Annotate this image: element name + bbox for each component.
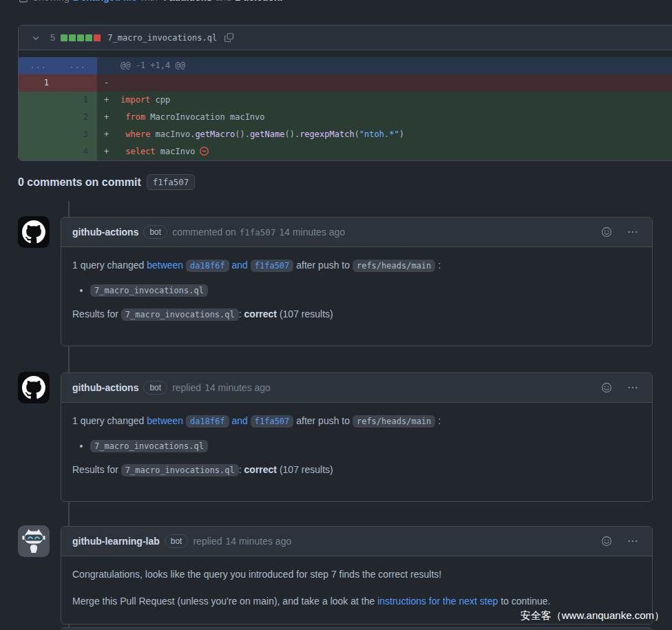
- diff-filename[interactable]: 7_macro_invocations.ql: [107, 33, 217, 43]
- changed-query-list: 7_macro_invocations.ql: [72, 439, 641, 454]
- kebab-menu-icon[interactable]: [627, 536, 638, 547]
- ref-chip: refs/heads/main: [353, 260, 435, 272]
- added-line-code: + from MacroInvocation macInvo: [97, 109, 672, 126]
- copy-path-icon[interactable]: [224, 32, 234, 43]
- hunk-expand-gutter[interactable]: ...: [58, 57, 97, 74]
- query-file-chip: 7_macro_invocations.ql: [121, 464, 239, 476]
- diff-deleted-row: 1 -: [19, 74, 672, 92]
- diff-file-header: 5 7_macro_invocations.ql: [19, 25, 672, 50]
- watermark: 安全客（www.anquanke.com）: [521, 609, 664, 622]
- diff-summary-bar: Showing 1 changed file with 4 additions …: [18, 0, 282, 5]
- list-item: 7_macro_invocations.ql: [90, 283, 641, 298]
- diff-hunk-row: ... ... @@ -1 +1,4 @@: [19, 57, 672, 74]
- compare-link[interactable]: between: [147, 260, 183, 271]
- comment-timestamp[interactable]: commented on f1fa507 14 minutes ago: [172, 227, 345, 238]
- comment: github-actions bot commented on f1fa507 …: [61, 217, 653, 346]
- comment-caret: [61, 382, 61, 393]
- emoji-reaction-icon[interactable]: [601, 227, 612, 238]
- new-line-number[interactable]: 3: [58, 126, 97, 143]
- verdict-label: correct: [244, 464, 277, 475]
- added-line-code: + select macInvo: [97, 143, 672, 160]
- comment: github-actions bot replied 14 minutes ag…: [61, 372, 653, 502]
- diff-added-row: 1 +import cpp: [19, 92, 672, 109]
- bot-badge: bot: [143, 381, 167, 395]
- old-line-number[interactable]: [19, 126, 58, 143]
- next-step-link[interactable]: instructions for the next step: [377, 596, 498, 607]
- new-line-number[interactable]: 1: [58, 92, 97, 109]
- hunk-expand-gutter[interactable]: ...: [19, 57, 58, 74]
- bot-badge: bot: [143, 225, 167, 239]
- with-label: with: [140, 0, 158, 5]
- diff-file-card: 5 7_macro_invocations.ql ... ... @@ -1 +…: [18, 25, 672, 161]
- commit-sha-chip[interactable]: da18f6f: [186, 260, 229, 272]
- old-line-number[interactable]: 1: [19, 74, 58, 92]
- comment-header: github-learning-lab bot replied 14 minut…: [61, 527, 652, 556]
- deletion-count: 1 deletion.: [235, 0, 282, 5]
- commit-sha-chip[interactable]: da18f6f: [186, 415, 229, 428]
- diffstat-squares: [61, 32, 102, 43]
- comment-caret: [61, 536, 61, 547]
- diff-added-row: 2 + from MacroInvocation macInvo: [19, 109, 672, 126]
- query-file-chip: 7_macro_invocations.ql: [90, 284, 208, 297]
- comment-paragraph: Merge this Pull Request (unless you're o…: [72, 594, 641, 609]
- avatar[interactable]: [18, 216, 50, 248]
- new-line-number[interactable]: 4: [58, 143, 97, 160]
- old-line-number[interactable]: [19, 143, 58, 160]
- commit-sha-chip: f1fa507: [147, 174, 196, 190]
- compare-link[interactable]: between: [147, 415, 183, 426]
- diff-added-row: 3 + where macInvo.getMacro().getName().r…: [19, 126, 672, 143]
- comment-timestamp[interactable]: replied 14 minutes ago: [172, 382, 271, 393]
- compare-link[interactable]: and: [232, 415, 248, 426]
- results-line: Results for 7_macro_invocations.ql: corr…: [72, 307, 641, 322]
- list-item: 7_macro_invocations.ql: [90, 439, 641, 454]
- ref-chip: refs/heads/main: [353, 415, 435, 428]
- comments-heading: 0 comments on commit f1fa507: [18, 174, 195, 190]
- deleted-line-code: -: [97, 74, 672, 92]
- compare-link[interactable]: and: [232, 260, 248, 271]
- results-line: Results for 7_macro_invocations.ql: corr…: [72, 463, 641, 478]
- new-line-number[interactable]: 2: [58, 109, 97, 126]
- diff-added-row: 4 + select macInvo: [19, 143, 672, 160]
- and-label: and: [216, 0, 231, 5]
- changed-query-list: 7_macro_invocations.ql: [72, 283, 641, 298]
- emoji-reaction-icon[interactable]: [601, 536, 612, 547]
- comment-body: 1 query changed between da18f6f and f1fa…: [61, 403, 652, 489]
- comment-timestamp[interactable]: replied 14 minutes ago: [193, 536, 291, 547]
- verdict-label: correct: [244, 308, 277, 319]
- kebab-menu-icon[interactable]: [627, 227, 638, 238]
- added-line-code: +import cpp: [97, 92, 672, 109]
- diff-changes-count: 5: [50, 32, 55, 43]
- comments-count-label: 0 comments on commit: [18, 176, 141, 189]
- old-line-number[interactable]: [19, 109, 58, 126]
- comment-paragraph: 1 query changed between da18f6f and f1fa…: [72, 414, 641, 429]
- avatar[interactable]: [18, 525, 50, 557]
- query-file-chip: 7_macro_invocations.ql: [121, 308, 239, 321]
- comment-header: github-actions bot replied 14 minutes ag…: [61, 373, 652, 403]
- comment-author[interactable]: github-learning-lab: [72, 536, 160, 547]
- file-diff-icon: [18, 0, 29, 3]
- next-comment-edge: [61, 627, 653, 630]
- bot-badge: bot: [165, 534, 189, 548]
- comment-paragraph: Congratulations, looks like the query yo…: [72, 567, 641, 582]
- commit-sha-chip[interactable]: f1fa507: [251, 260, 294, 272]
- old-line-number[interactable]: [19, 92, 58, 109]
- query-file-chip: 7_macro_invocations.ql: [90, 440, 208, 452]
- commit-sha-chip[interactable]: f1fa507: [251, 415, 294, 428]
- showing-label: Showing: [32, 0, 70, 5]
- kebab-menu-icon[interactable]: [627, 382, 638, 393]
- no-newline-icon: [199, 145, 209, 161]
- added-line-code: + where macInvo.getMacro().getName().reg…: [97, 126, 672, 143]
- comment-author[interactable]: github-actions: [72, 227, 138, 238]
- chevron-down-icon[interactable]: [31, 33, 41, 43]
- diff-table: ... ... @@ -1 +1,4 @@ 1 - 1 +import cpp …: [19, 50, 672, 160]
- emoji-reaction-icon[interactable]: [601, 382, 612, 393]
- comment-header: github-actions bot commented on f1fa507 …: [61, 218, 652, 247]
- avatar[interactable]: [18, 372, 50, 403]
- comment-body: 1 query changed between da18f6f and f1fa…: [61, 247, 652, 333]
- additions-count: 4 additions: [161, 0, 212, 5]
- commit-page: Showing 1 changed file with 4 additions …: [0, 0, 672, 630]
- changed-file-link[interactable]: 1 changed file: [73, 0, 137, 5]
- comment-paragraph: 1 query changed between da18f6f and f1fa…: [72, 258, 641, 273]
- comment-author[interactable]: github-actions: [72, 382, 138, 393]
- new-line-number[interactable]: [58, 74, 97, 92]
